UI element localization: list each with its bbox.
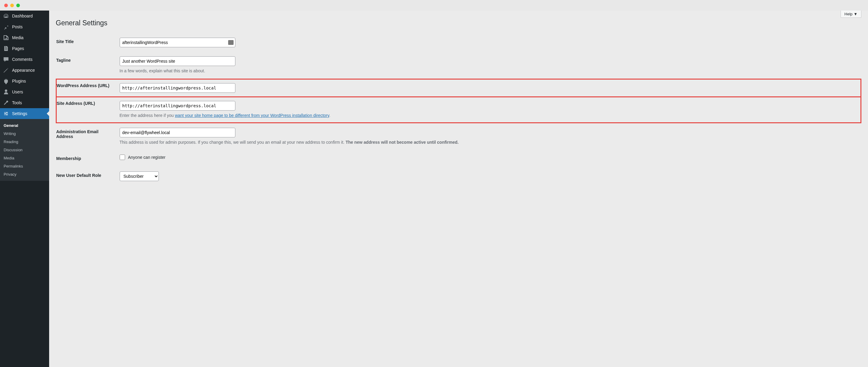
plugins-icon: [3, 78, 9, 84]
site-address-help-link[interactable]: want your site home page to be different…: [175, 113, 329, 118]
sidebar-item-label: Settings: [12, 111, 27, 116]
admin-sidebar: Dashboard Posts Media Pages Comments App…: [0, 10, 49, 367]
sidebar-item-label: Media: [12, 35, 24, 40]
membership-checkbox[interactable]: [120, 155, 125, 160]
wp-address-label: WordPress Address (URL): [56, 79, 117, 97]
settings-submenu: General Writing Reading Discussion Media…: [0, 119, 49, 181]
admin-email-label: Administration Email Address: [56, 123, 117, 150]
site-address-label: Site Address (URL): [56, 97, 117, 123]
close-window-button[interactable]: [4, 4, 8, 7]
dashboard-icon: [3, 13, 9, 19]
admin-email-desc-strong: The new address will not become active u…: [346, 140, 459, 145]
submenu-item-permalinks[interactable]: Permalinks: [0, 162, 49, 170]
main-content: Help ▼ General Settings Site Title Tagli…: [49, 10, 868, 367]
sidebar-item-label: Plugins: [12, 79, 26, 84]
site-address-desc-suffix: .: [329, 113, 330, 118]
admin-email-description: This address is used for admin purposes.…: [120, 139, 858, 146]
site-address-desc-prefix: Enter the address here if you: [120, 113, 175, 118]
admin-email-input[interactable]: [120, 128, 236, 137]
site-address-description: Enter the address here if you want your …: [120, 112, 858, 119]
submenu-item-writing[interactable]: Writing: [0, 129, 49, 138]
sidebar-item-posts[interactable]: Posts: [0, 21, 49, 32]
membership-label: Membership: [56, 150, 117, 167]
wp-address-input[interactable]: [120, 83, 236, 93]
sidebar-item-tools[interactable]: Tools: [0, 97, 49, 108]
help-tab[interactable]: Help ▼: [841, 10, 861, 18]
submenu-item-general[interactable]: General: [0, 121, 49, 129]
sidebar-item-label: Tools: [12, 100, 22, 105]
autofill-contact-icon[interactable]: [228, 40, 234, 45]
sidebar-item-settings[interactable]: Settings: [0, 108, 49, 119]
sidebar-item-label: Posts: [12, 24, 23, 29]
submenu-item-privacy[interactable]: Privacy: [0, 170, 49, 178]
minimize-window-button[interactable]: [10, 4, 14, 7]
site-title-label: Site Title: [56, 33, 117, 52]
membership-checkbox-label: Anyone can register: [128, 155, 166, 160]
sidebar-item-label: Dashboard: [12, 13, 33, 19]
sidebar-item-dashboard[interactable]: Dashboard: [0, 10, 49, 21]
sidebar-item-pages[interactable]: Pages: [0, 43, 49, 54]
tagline-description: In a few words, explain what this site i…: [120, 68, 858, 74]
settings-icon: [3, 111, 9, 117]
site-address-input[interactable]: [120, 101, 236, 111]
sidebar-item-label: Pages: [12, 46, 24, 51]
titlebar: [0, 0, 868, 10]
tools-icon: [3, 100, 9, 106]
media-icon: [3, 35, 9, 41]
submenu-item-reading[interactable]: Reading: [0, 138, 49, 146]
maximize-window-button[interactable]: [16, 4, 20, 7]
pin-icon: [3, 24, 9, 30]
admin-email-desc-prefix: This address is used for admin purposes.…: [120, 140, 346, 145]
sidebar-item-plugins[interactable]: Plugins: [0, 75, 49, 87]
appearance-icon: [3, 67, 9, 73]
pages-icon: [3, 45, 9, 52]
sidebar-item-comments[interactable]: Comments: [0, 54, 49, 65]
default-role-label: New User Default Role: [56, 167, 117, 186]
sidebar-item-label: Comments: [12, 57, 33, 62]
tagline-input[interactable]: [120, 56, 236, 66]
sidebar-item-media[interactable]: Media: [0, 32, 49, 43]
users-icon: [3, 89, 9, 95]
sidebar-item-appearance[interactable]: Appearance: [0, 65, 49, 75]
submenu-item-media[interactable]: Media: [0, 154, 49, 162]
sidebar-item-label: Appearance: [12, 68, 35, 72]
sidebar-item-label: Users: [12, 90, 23, 94]
page-title: General Settings: [56, 19, 861, 27]
submenu-item-discussion[interactable]: Discussion: [0, 146, 49, 154]
site-title-input[interactable]: [120, 38, 236, 47]
tagline-label: Tagline: [56, 52, 117, 79]
sidebar-item-users[interactable]: Users: [0, 87, 49, 97]
default-role-select[interactable]: Subscriber: [120, 172, 159, 181]
comments-icon: [3, 56, 9, 62]
